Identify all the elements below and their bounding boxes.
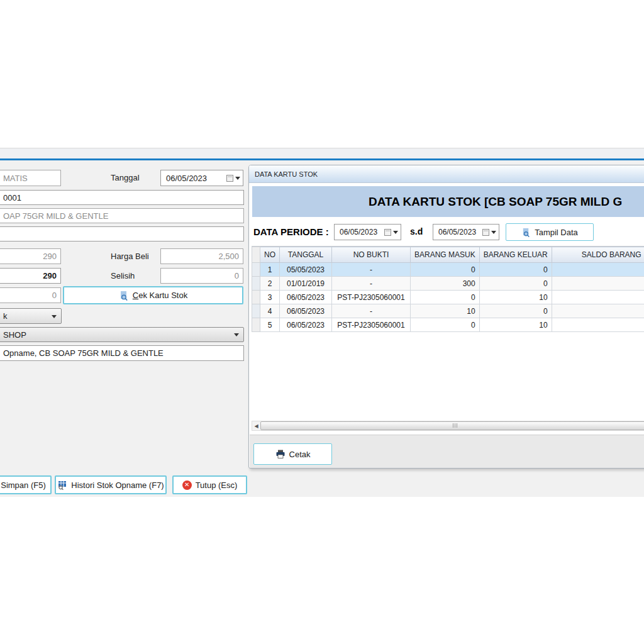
col-tanggal[interactable]: TANGGAL	[280, 247, 332, 263]
stok-fisik-field[interactable]: 290	[0, 268, 61, 284]
tanggal-value: 06/05/2023	[166, 174, 207, 183]
stok-sistem-field[interactable]: 290	[0, 248, 61, 264]
kartu-stok-table: NO TANGGAL NO BUKTI BARANG MASUK BARANG …	[252, 246, 644, 421]
no-transaksi-text: 0001	[3, 193, 21, 203]
gudang-dropdown[interactable]: SHOP	[0, 327, 244, 342]
harga-beli-field[interactable]: 2,500	[160, 248, 243, 264]
table-row[interactable]: 3 06/05/2023 PST-PJ2305060001 0 10 290	[252, 291, 644, 304]
panel-header-text: DATA KARTU STOK [CB SOAP 75GR MILD G	[369, 195, 622, 209]
keterangan-text: Opname, CB SOAP 75GR MILD & GENTLE	[3, 348, 164, 358]
col-barang-keluar[interactable]: BARANG KELUAR	[479, 247, 552, 263]
periode-from-datepicker[interactable]: 06/05/2023	[334, 224, 401, 240]
table-search-icon	[57, 480, 67, 490]
jenis-stok-value: k	[3, 311, 8, 321]
col-no[interactable]: NO	[260, 247, 280, 263]
col-no-bukti[interactable]: NO BUKTI	[332, 247, 411, 263]
calendar-icon[interactable]	[482, 229, 496, 236]
histori-label: Histori Stok Opname (F7)	[71, 480, 164, 490]
chevron-down-icon	[234, 333, 239, 336]
tutup-label: Tutup (Esc)	[196, 480, 238, 490]
harga-beli-text: 2,500	[218, 252, 239, 261]
calendar-icon[interactable]	[226, 175, 240, 182]
panel-title-text: DATA KARTU STOK	[255, 170, 318, 178]
periode-from-value: 06/05/2023	[340, 228, 377, 236]
cek-kartu-stok-label: Cek Kartu Stok	[133, 291, 187, 300]
table-row[interactable]: 1 05/05/2023 - 0 0 0	[252, 263, 644, 277]
data-kartu-stok-panel: DATA KARTU STOK DATA KARTU STOK [CB SOAP…	[248, 165, 644, 469]
scrollbar-thumb[interactable]	[260, 421, 644, 430]
sd-label: s.d	[410, 226, 423, 236]
tanggal-datepicker[interactable]: 06/05/2023	[160, 170, 243, 186]
kode-otomatis-field[interactable]: MATIS	[0, 170, 61, 186]
cetak-label: Cetak	[289, 450, 311, 459]
col-barang-masuk[interactable]: BARANG MASUK	[411, 247, 480, 263]
panel-header-band: DATA KARTU STOK [CB SOAP 75GR MILD G	[252, 186, 644, 217]
jenis-stok-dropdown[interactable]: k	[0, 308, 62, 324]
tampil-data-button[interactable]: Tampil Data	[506, 223, 594, 241]
gudang-value: SHOP	[3, 330, 26, 340]
panel-footer: Cetak	[250, 435, 644, 469]
panel-title-bar: DATA KARTU STOK	[249, 165, 644, 183]
row-selector-header	[252, 247, 260, 263]
simpan-label: Simpan (F5)	[1, 480, 46, 490]
table-row[interactable]: 5 06/05/2023 PST-PJ2305060001 0 10 290	[252, 318, 644, 332]
tampil-data-label: Tampil Data	[535, 228, 578, 237]
cek-kartu-stok-button[interactable]: Cek Kartu Stok	[63, 286, 243, 304]
selisih-field[interactable]: 0	[160, 268, 243, 284]
table-header-row: NO TANGGAL NO BUKTI BARANG MASUK BARANG …	[252, 247, 644, 263]
horizontal-scrollbar[interactable]: ◀	[252, 421, 644, 431]
form-background: MATIS Tanggal 06/05/2023 0001 OAP 75GR M…	[0, 160, 644, 497]
nama-barang-field[interactable]: OAP 75GR MILD & GENTLE	[0, 208, 244, 223]
periode-to-datepicker[interactable]: 06/05/2023	[433, 224, 499, 240]
simpan-button[interactable]: Simpan (F5)	[0, 475, 52, 494]
selisih-text: 0	[235, 271, 239, 280]
scrollbar-grip-icon	[453, 423, 458, 428]
stok-sistem-text: 290	[43, 252, 57, 261]
chevron-down-icon	[52, 315, 57, 318]
window-top-band	[0, 148, 644, 159]
col-saldo-barang[interactable]: SALDO BARANG	[552, 247, 644, 263]
calendar-icon[interactable]	[384, 229, 398, 236]
kode-otomatis-text: MATIS	[3, 174, 28, 183]
tanggal-label: Tanggal	[111, 173, 140, 182]
selisih-label: Selisih	[111, 271, 135, 280]
keterangan-field[interactable]: Opname, CB SOAP 75GR MILD & GENTLE	[0, 345, 244, 361]
histori-stok-opname-button[interactable]: Histori Stok Opname (F7)	[55, 475, 167, 494]
printer-icon	[275, 449, 286, 459]
table-row[interactable]: 4 06/05/2023 - 10 0 300	[252, 304, 644, 318]
document-search-icon	[521, 228, 531, 237]
table-row[interactable]: 2 01/01/2019 - 300 0 300	[252, 277, 644, 291]
document-search-icon	[119, 291, 129, 301]
no-transaksi-field[interactable]: 0001	[0, 190, 244, 205]
penyesuaian-field[interactable]: 0	[0, 287, 61, 303]
scroll-left-icon[interactable]: ◀	[252, 421, 260, 430]
barcode-field[interactable]	[0, 226, 244, 242]
nama-barang-text: OAP 75GR MILD & GENTLE	[3, 211, 108, 221]
harga-beli-label: Harga Beli	[111, 252, 149, 261]
tutup-button[interactable]: ✕ Tutup (Esc)	[172, 475, 247, 494]
periode-to-value: 06/05/2023	[438, 228, 476, 236]
cetak-button[interactable]: Cetak	[253, 443, 332, 465]
penyesuaian-text: 0	[52, 291, 57, 300]
stok-fisik-text: 290	[43, 271, 57, 280]
data-periode-label: DATA PERIODE :	[253, 226, 329, 237]
stok-opname-window: MATIS Tanggal 06/05/2023 0001 OAP 75GR M…	[0, 0, 644, 644]
close-icon: ✕	[182, 480, 192, 490]
